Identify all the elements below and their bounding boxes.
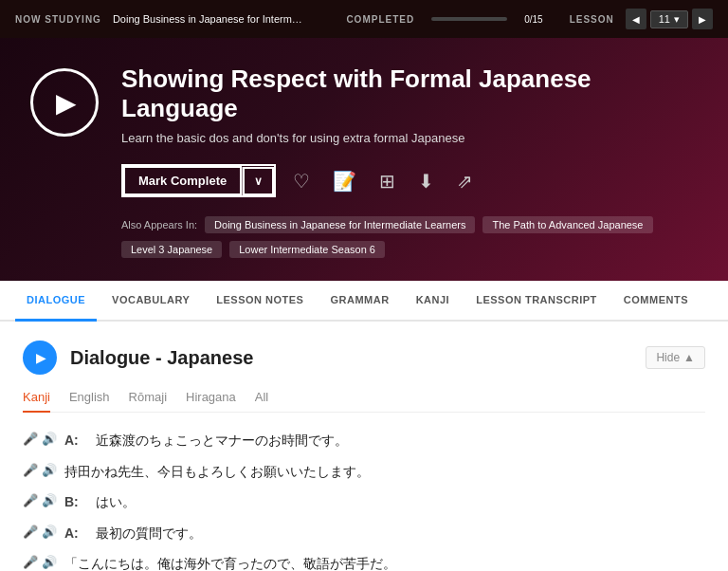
tab-vocabulary[interactable]: VOCABULARY [100,281,201,322]
hero-play-icon: ▶ [56,87,77,119]
audio-icons-1: 🎤 🔊 [23,463,57,477]
tab-kanji[interactable]: KANJI [405,281,462,322]
edit-button[interactable]: 📝 [327,166,362,196]
tabs-navigation: DIALOGUE VOCABULARY LESSON NOTES GRAMMAR… [0,281,728,322]
audio-icons-2: 🎤 🔊 [23,493,57,507]
mark-complete-button-group[interactable]: Mark Complete ∨ [121,164,276,197]
line-4-text: 「こんにちは。俺は海外で育ったので、敬語が苦手だ。 [64,553,396,571]
share-button[interactable]: ⇗ [451,166,479,196]
download-button[interactable]: ⬇ [412,166,440,196]
language-tabs: Kanji English Rōmaji Hiragana All [23,390,705,413]
hide-button[interactable]: Hide ▲ [646,346,705,369]
lesson-number-dropdown[interactable]: 11 ▾ [650,10,688,28]
tab-grammar[interactable]: GRAMMAR [318,281,400,322]
speaker-icon-3[interactable]: 🔊 [42,525,57,539]
course-title: Doing Business in Japanese for Intermedi… [113,13,302,25]
lang-tab-romaji[interactable]: Rōmaji [129,390,167,404]
audio-icons-3: 🎤 🔊 [23,525,57,539]
lesson-next-button[interactable]: ▶ [692,9,713,29]
dialogue-line-1: 🎤 🔊 持田かね先生、今日もよろしくお願いいたします。 [23,461,705,482]
bookmark-button[interactable]: ⊞ [373,166,401,196]
hero-section: ▶ Showing Respect with Formal Japanese L… [0,38,728,281]
audio-icons-0: 🎤 🔊 [23,432,57,446]
now-studying-label: NOW STUDYING [15,14,101,25]
also-appears-label: Also Appears In: [121,219,197,230]
progress-bar [431,17,507,21]
main-content: ▶ Dialogue - Japanese Hide ▲ Kanji Engli… [0,322,728,571]
also-appears-section: Also Appears In: Doing Business in Japan… [121,216,698,258]
tag-0[interactable]: Doing Business in Japanese for Intermedi… [205,216,475,233]
dialogue-line-2: 🎤 🔊 B: はい。 [23,491,705,512]
mic-icon-1[interactable]: 🎤 [23,463,38,477]
audio-icons-4: 🎤 🔊 [23,555,57,569]
dialogue-line-0: 🎤 🔊 A: 近森渡のちょこっとマナーのお時間です。 [23,430,705,451]
tag-1[interactable]: The Path to Advanced Japanese [482,216,652,233]
chevron-up-icon: ▲ [683,351,695,364]
favorite-button[interactable]: ♡ [287,166,316,196]
tag-2[interactable]: Level 3 Japanese [121,241,222,258]
mark-complete-button[interactable]: Mark Complete [123,166,242,195]
speaker-icon-0[interactable]: 🔊 [42,432,57,446]
top-bar: NOW STUDYING Doing Business in Japanese … [0,0,728,38]
hero-subtitle: Learn the basic dos and don'ts for using… [121,131,698,145]
tag-3[interactable]: Lower Intermediate Season 6 [229,241,385,258]
hero-title: Showing Respect with Formal Japanese Lan… [121,64,698,123]
mark-complete-chevron-button[interactable]: ∨ [243,167,274,195]
line-3-text: A: 最初の質問です。 [64,523,202,543]
dialogue-line-4: 🎤 🔊 「こんにちは。俺は海外で育ったので、敬語が苦手だ。 [23,553,705,571]
progress-text: 0/15 [524,14,542,25]
lang-tab-kanji[interactable]: Kanji [23,390,50,413]
dialogue-header: ▶ Dialogue - Japanese Hide ▲ [23,341,705,375]
mic-icon-0[interactable]: 🎤 [23,432,38,446]
mic-icon-3[interactable]: 🎤 [23,525,38,539]
lang-tab-hiragana[interactable]: Hiragana [186,390,236,404]
hero-text: Showing Respect with Formal Japanese Lan… [121,64,698,258]
lang-tab-all[interactable]: All [255,390,268,404]
tab-lesson-transcript[interactable]: LESSON TRANSCRIPT [464,281,609,322]
completed-label: COMPLETED [346,14,414,25]
tab-comments[interactable]: COMMENTS [612,281,700,322]
tab-lesson-notes[interactable]: LESSON NOTES [205,281,315,322]
speaker-icon-1[interactable]: 🔊 [42,463,57,477]
line-1-text: 持田かね先生、今日もよろしくお願いいたします。 [64,461,370,482]
lang-tab-english[interactable]: English [69,390,110,404]
dialogue-play-button[interactable]: ▶ [23,341,57,375]
hero-play-button[interactable]: ▶ [30,68,99,137]
dialogue-play-icon: ▶ [36,350,46,365]
dialogue-title: Dialogue - Japanese [70,347,253,369]
lesson-label: LESSON [570,14,614,25]
dialogue-line-3: 🎤 🔊 A: 最初の質問です。 [23,523,705,543]
hero-actions: Mark Complete ∨ ♡ 📝 ⊞ ⬇ ⇗ [121,164,698,197]
line-2-text: B: はい。 [64,491,136,512]
dialogue-header-left: ▶ Dialogue - Japanese [23,341,253,375]
mark-complete-divider [242,167,243,195]
mic-icon-2[interactable]: 🎤 [23,493,38,507]
dialogue-lines: 🎤 🔊 A: 近森渡のちょこっとマナーのお時間です。 🎤 🔊 持田かね先生、今日… [23,430,705,571]
speaker-icon-2[interactable]: 🔊 [42,493,57,507]
line-0-text: A: 近森渡のちょこっとマナーのお時間です。 [64,430,348,451]
mic-icon-4[interactable]: 🎤 [23,555,38,569]
tab-dialogue[interactable]: DIALOGUE [15,281,97,322]
lesson-nav: ◀ 11 ▾ ▶ [626,9,713,29]
speaker-icon-4[interactable]: 🔊 [42,555,57,569]
lesson-prev-button[interactable]: ◀ [626,9,646,29]
